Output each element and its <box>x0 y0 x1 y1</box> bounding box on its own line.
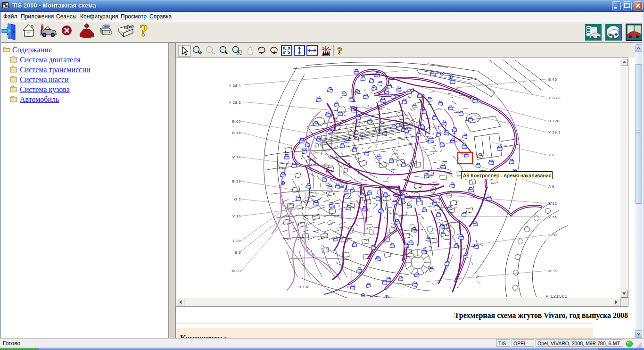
svg-text:M 20: M 20 <box>231 269 241 273</box>
svg-text:?: ? <box>337 45 342 57</box>
svg-text:P 121501: P 121501 <box>545 293 568 298</box>
svg-text:Y 10: Y 10 <box>232 214 241 218</box>
svg-text:B 35: B 35 <box>232 131 241 135</box>
svg-text:Y 29: Y 29 <box>232 239 241 243</box>
svg-text:Y 28.2: Y 28.2 <box>548 96 561 100</box>
svg-text:Y 28.1: Y 28.1 <box>548 130 561 134</box>
svg-text:Y 74: Y 74 <box>232 155 241 159</box>
svg-text:B 138: B 138 <box>298 285 309 289</box>
svg-text:Y 28.4: Y 28.4 <box>229 83 241 88</box>
svg-text:B 120: B 120 <box>548 119 559 123</box>
svg-text:Y 8: Y 8 <box>548 153 554 157</box>
svg-text:Y 28.3: Y 28.3 <box>229 100 241 105</box>
svg-text:B 3: B 3 <box>234 250 241 255</box>
svg-text:А9 Контроллер - время накалива: А9 Контроллер - время накаливания <box>463 173 552 178</box>
svg-text:B 46: B 46 <box>548 77 557 82</box>
svg-text:A 9: A 9 <box>548 184 554 189</box>
svg-text:G 2: G 2 <box>234 197 241 201</box>
svg-text:B 29: B 29 <box>232 179 241 183</box>
svg-text:Y 75: Y 75 <box>548 215 557 219</box>
svg-text:G 31: G 31 <box>548 233 557 237</box>
svg-text:B 12: B 12 <box>548 201 557 206</box>
svg-text:B 60: B 60 <box>232 119 241 124</box>
svg-text:M 19: M 19 <box>548 269 558 273</box>
